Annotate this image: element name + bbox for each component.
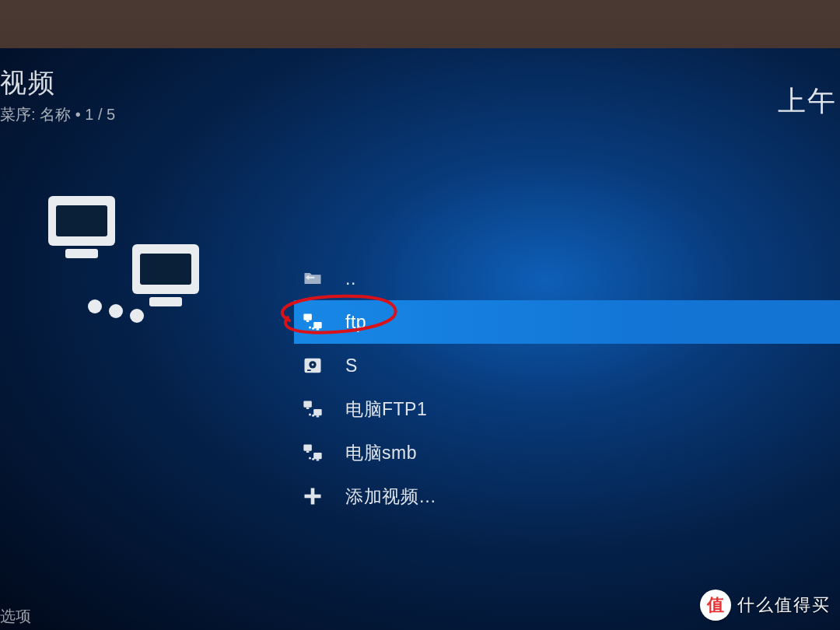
- source-list: .. ftp S 电脑FTP1: [294, 257, 840, 518]
- network-icon: [302, 311, 324, 333]
- svg-rect-10: [313, 322, 322, 328]
- svg-point-4: [88, 299, 102, 313]
- list-item-label: S: [345, 355, 358, 376]
- header: 视频 菜序: 名称 • 1 / 5: [0, 65, 115, 125]
- svg-rect-21: [306, 408, 310, 409]
- svg-rect-28: [317, 459, 320, 460]
- network-icon: [302, 442, 324, 464]
- svg-rect-26: [313, 453, 322, 459]
- list-item-ftp[interactable]: ftp: [294, 300, 840, 344]
- svg-rect-1: [65, 249, 98, 258]
- plus-icon: [302, 485, 324, 507]
- sort-indicator: 菜序: 名称 • 1 / 5: [0, 104, 115, 125]
- network-large-icon: [40, 188, 212, 344]
- svg-point-5: [109, 304, 123, 318]
- svg-rect-18: [307, 369, 311, 371]
- svg-rect-3: [149, 297, 182, 306]
- list-item-label: 电脑FTP1: [345, 397, 427, 422]
- svg-rect-9: [303, 314, 312, 320]
- list-item-parent[interactable]: ..: [294, 257, 840, 300]
- svg-point-17: [312, 363, 314, 366]
- list-item-label: 添加视频…: [345, 485, 437, 509]
- network-icon: [302, 398, 324, 420]
- photo-background: 视频 菜序: 名称 • 1 / 5 上午: [0, 0, 840, 630]
- svg-rect-20: [313, 409, 322, 415]
- svg-rect-12: [317, 328, 320, 330]
- svg-rect-11: [306, 320, 310, 322]
- svg-rect-32: [305, 495, 321, 499]
- svg-rect-8: [140, 254, 191, 285]
- tv-screen: 视频 菜序: 名称 • 1 / 5 上午: [0, 48, 840, 630]
- list-item-ftp1[interactable]: 电脑FTP1: [294, 387, 840, 431]
- folder-up-icon: [302, 268, 324, 289]
- list-item-label: 电脑smb: [345, 441, 417, 465]
- svg-point-24: [312, 415, 314, 417]
- svg-rect-19: [303, 401, 312, 408]
- list-item-label: ..: [345, 268, 356, 289]
- svg-rect-27: [306, 451, 310, 453]
- list-item-label: ftp: [345, 312, 366, 333]
- list-item-smb[interactable]: 电脑smb: [294, 431, 840, 474]
- svg-point-13: [309, 326, 311, 328]
- svg-point-29: [309, 457, 311, 459]
- svg-point-30: [312, 458, 314, 460]
- disk-icon: [302, 355, 324, 376]
- svg-point-6: [130, 309, 144, 323]
- clock-label: 上午: [778, 82, 837, 121]
- svg-rect-22: [317, 415, 320, 417]
- svg-rect-7: [56, 205, 107, 236]
- svg-point-23: [309, 413, 311, 415]
- svg-rect-25: [303, 445, 312, 451]
- svg-point-14: [312, 327, 314, 330]
- list-item-s[interactable]: S: [294, 344, 840, 387]
- list-item-add-video[interactable]: 添加视频…: [294, 474, 840, 518]
- options-label[interactable]: 选项: [0, 606, 31, 627]
- page-title: 视频: [0, 65, 115, 101]
